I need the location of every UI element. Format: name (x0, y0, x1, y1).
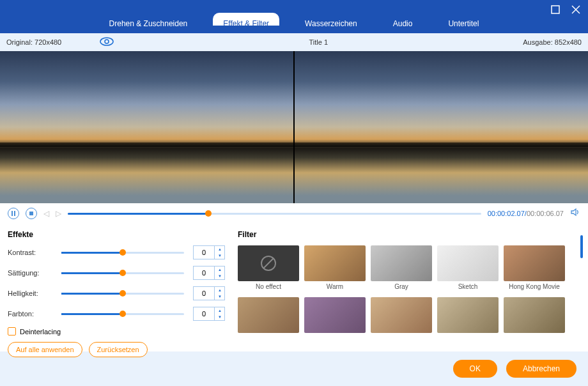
tab-rotate-crop[interactable]: Drehen & Zuschneiden (99, 13, 198, 26)
spinner-up-icon[interactable]: ▲ (215, 287, 225, 293)
hue-input[interactable]: ▲▼ (193, 307, 225, 321)
video-title: Title 1 (114, 38, 523, 46)
filter-hong-kong-movie[interactable]: Hong Kong Movie (504, 245, 565, 292)
filter-warm[interactable]: Warm (304, 245, 366, 292)
svg-rect-0 (552, 6, 559, 13)
reset-button[interactable]: Zurücksetzen (89, 342, 148, 357)
saturation-input[interactable]: ▲▼ (193, 266, 225, 280)
spinner-up-icon[interactable]: ▲ (215, 307, 225, 314)
deinterlacing-label: Deinterlacing (20, 328, 61, 336)
cancel-button[interactable]: Abbrechen (506, 360, 576, 378)
spinner-down-icon[interactable]: ▼ (215, 314, 225, 320)
brightness-label: Helligkeit: (8, 290, 52, 297)
hue-slider[interactable] (61, 313, 184, 315)
playback-bar: ◁ ▷ 00:00:02.07/00:00:06.07 (0, 203, 588, 224)
svg-line-9 (263, 258, 274, 268)
spinner-down-icon[interactable]: ▼ (215, 293, 225, 300)
contrast-slider[interactable] (61, 252, 184, 254)
pause-button[interactable] (8, 208, 19, 219)
filter-sketch[interactable]: Sketch (437, 245, 499, 292)
tab-effect-filter[interactable]: Effekt & Filter (213, 13, 279, 26)
spinner-up-icon[interactable]: ▲ (215, 266, 225, 273)
progress-track[interactable] (68, 213, 481, 215)
filter-panel: Filter No effect Warm Gray Sketch Hong K… (238, 230, 580, 345)
svg-rect-5 (12, 211, 13, 216)
time-display: 00:00:02.07/00:00:06.07 (488, 210, 564, 217)
maximize-icon[interactable] (551, 5, 560, 17)
close-icon[interactable] (571, 5, 580, 17)
spinner-up-icon[interactable]: ▲ (215, 246, 225, 252)
preview-area (0, 51, 588, 203)
next-frame-button[interactable]: ▷ (56, 209, 61, 218)
effects-heading: Effekte (8, 230, 225, 239)
filter-item[interactable] (371, 297, 432, 344)
tab-audio[interactable]: Audio (383, 13, 423, 26)
volume-icon[interactable] (570, 207, 580, 220)
contrast-input[interactable]: ▲▼ (193, 245, 225, 259)
prev-frame-button[interactable]: ◁ (43, 209, 49, 218)
effects-panel: Effekte Kontrast: ▲▼ Sättigung: ▲▼ Helli… (8, 230, 225, 345)
filter-item[interactable] (437, 297, 499, 344)
output-label: Ausgabe: 852x480 (523, 38, 582, 46)
svg-rect-6 (14, 211, 15, 216)
filter-heading: Filter (238, 230, 580, 239)
filter-item[interactable] (504, 297, 565, 344)
tab-subtitle[interactable]: Untertitel (438, 13, 489, 26)
svg-rect-7 (29, 212, 33, 215)
filter-item[interactable] (304, 297, 366, 344)
svg-point-4 (105, 40, 109, 43)
stop-button[interactable] (26, 208, 37, 219)
saturation-slider[interactable] (61, 272, 184, 274)
compare-eye-icon[interactable] (100, 37, 114, 47)
info-bar: Original: 720x480 Title 1 Ausgabe: 852x4… (0, 33, 588, 51)
progress-fill (68, 213, 208, 215)
deinterlacing-checkbox[interactable] (8, 327, 16, 336)
titlebar (0, 0, 588, 33)
original-label: Original: 720x480 (6, 38, 61, 46)
apply-all-button[interactable]: Auf alle anwenden (8, 342, 82, 357)
filter-item[interactable] (238, 297, 299, 344)
preview-original (0, 51, 293, 203)
contrast-label: Kontrast: (8, 249, 52, 256)
progress-knob[interactable] (205, 210, 212, 217)
brightness-input[interactable]: ▲▼ (193, 286, 225, 300)
svg-point-3 (100, 38, 113, 45)
filter-scrollbar[interactable] (580, 235, 583, 258)
preview-output (295, 51, 588, 203)
spinner-down-icon[interactable]: ▼ (215, 252, 225, 259)
filter-no-effect[interactable]: No effect (238, 245, 299, 292)
ok-button[interactable]: OK (453, 360, 497, 378)
spinner-down-icon[interactable]: ▼ (215, 273, 225, 279)
saturation-label: Sättigung: (8, 269, 52, 277)
lower-panel: Effekte Kontrast: ▲▼ Sättigung: ▲▼ Helli… (0, 224, 588, 351)
brightness-slider[interactable] (61, 293, 184, 295)
tab-watermark[interactable]: Wasserzeichen (295, 13, 368, 26)
hue-label: Farbton: (8, 310, 52, 318)
filter-gray[interactable]: Gray (371, 245, 432, 292)
